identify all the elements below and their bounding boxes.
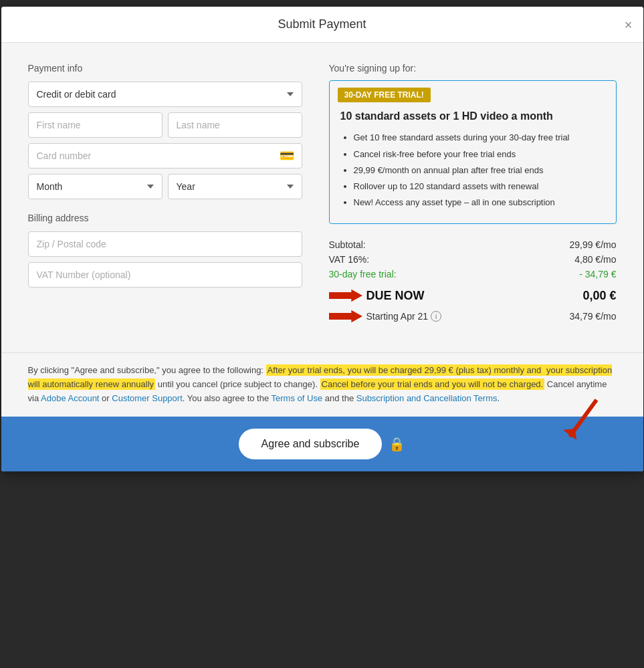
- due-now-arrow-icon: [329, 288, 362, 303]
- info-icon[interactable]: i: [431, 311, 441, 322]
- lock-icon: 🔒: [389, 436, 405, 452]
- modal-body: Payment info Credit or debit card 💳 Mont…: [1, 43, 643, 352]
- card-number-input[interactable]: [28, 143, 302, 169]
- svg-marker-1: [329, 310, 362, 322]
- modal-title: Submit Payment: [278, 17, 366, 31]
- credit-card-icon: 💳: [280, 148, 294, 163]
- due-now-value: 0,00 €: [582, 289, 616, 303]
- subtotal-label: Subtotal:: [329, 239, 366, 250]
- vat-row: VAT 16%: 4,80 €/mo: [329, 252, 617, 267]
- starting-arrow-icon: [329, 309, 362, 324]
- left-column: Payment info Credit or debit card 💳 Mont…: [28, 63, 302, 332]
- subtotal-row: Subtotal: 29,99 €/mo: [329, 237, 617, 252]
- legal-text-period: .: [498, 393, 500, 403]
- plan-benefits-list: Get 10 free standard assets during your …: [340, 132, 605, 209]
- starting-label: Starting Apr 21: [366, 311, 429, 322]
- svg-marker-0: [329, 290, 362, 302]
- legal-highlight-1: After your trial ends, you will be charg…: [266, 364, 545, 376]
- legal-text-and: and the: [322, 393, 356, 403]
- vat-input[interactable]: [28, 262, 302, 288]
- legal-text-or: or: [99, 393, 112, 403]
- due-now-row: DUE NOW 0,00 €: [329, 284, 617, 307]
- list-item: Rollover up to 120 standard assets with …: [354, 181, 605, 193]
- trial-label: 30-day free trial:: [329, 269, 397, 280]
- modal-backdrop: Submit Payment × Payment info Credit or …: [0, 0, 644, 668]
- plan-content: 10 standard assets or 1 HD video a month…: [330, 102, 616, 223]
- name-row: [28, 112, 302, 138]
- subtotal-value: 29,99 €/mo: [569, 239, 616, 250]
- svg-marker-3: [563, 429, 576, 440]
- trial-value: - 34,79 €: [579, 269, 616, 280]
- list-item: New! Access any asset type – all in one …: [354, 197, 605, 209]
- customer-support-link[interactable]: Customer Support: [112, 393, 183, 403]
- payment-info-label: Payment info: [28, 63, 302, 74]
- last-name-input[interactable]: [168, 112, 302, 138]
- signing-label: You're signing up for:: [329, 63, 617, 74]
- modal-header: Submit Payment ×: [1, 7, 643, 43]
- plan-box: 30-DAY FREE TRIAL! 10 standard assets or…: [329, 80, 617, 224]
- trial-badge: 30-DAY FREE TRIAL!: [338, 88, 431, 102]
- zip-input[interactable]: [28, 231, 302, 257]
- vat-value: 4,80 €/mo: [574, 254, 616, 265]
- corner-arrow-icon: [556, 397, 610, 443]
- close-button[interactable]: ×: [625, 18, 633, 31]
- pricing-table: Subtotal: 29,99 €/mo VAT 16%: 4,80 €/mo …: [329, 237, 617, 326]
- list-item: Get 10 free standard assets during your …: [354, 132, 605, 144]
- adobe-account-link[interactable]: Adobe Account: [41, 393, 99, 403]
- terms-of-use-link[interactable]: Terms of Use: [272, 393, 323, 403]
- legal-text-middle: until you cancel (price subject to chang…: [155, 379, 320, 389]
- vat-label: VAT 16%:: [329, 254, 370, 265]
- expiry-row: Month 01 02 03 04 05 06 07 08 09 10 11 1…: [28, 174, 302, 199]
- trial-row: 30-day free trial: - 34,79 €: [329, 267, 617, 282]
- starting-value: 34,79 €/mo: [569, 311, 616, 322]
- agree-subscribe-button[interactable]: Agree and subscribe: [239, 429, 383, 459]
- list-item: 29,99 €/month on annual plan after free …: [354, 164, 605, 177]
- card-number-row: 💳: [28, 143, 302, 169]
- starting-left: Starting Apr 21 i: [329, 309, 442, 324]
- month-select[interactable]: Month 01 02 03 04 05 06 07 08 09 10 11 1…: [28, 174, 163, 199]
- list-item: Cancel risk-free before your free trial …: [354, 148, 605, 160]
- starting-row: Starting Apr 21 i 34,79 €/mo: [329, 307, 617, 326]
- year-select[interactable]: Year 2024 2025 2026 2027 2028 2029 2030: [168, 174, 302, 199]
- payment-method-select[interactable]: Credit or debit card: [28, 82, 302, 107]
- due-now-left: DUE NOW: [329, 288, 425, 303]
- modal: Submit Payment × Payment info Credit or …: [1, 7, 643, 471]
- legal-text-before: By clicking "Agree and subscribe," you a…: [28, 365, 266, 375]
- first-name-input[interactable]: [28, 112, 163, 138]
- legal-text: By clicking "Agree and subscribe," you a…: [1, 352, 643, 416]
- legal-text-terms: . You also agree to the: [183, 393, 272, 403]
- right-column: You're signing up for: 30-DAY FREE TRIAL…: [329, 63, 617, 332]
- due-now-label: DUE NOW: [366, 289, 425, 303]
- action-bar: Agree and subscribe 🔒: [1, 417, 643, 471]
- subscription-terms-link[interactable]: Subscription and Cancellation Terms: [356, 393, 498, 403]
- billing-address-label: Billing address: [28, 213, 302, 223]
- legal-highlight-3: Cancel before your trial ends and you wi…: [320, 378, 545, 390]
- plan-title: 10 standard assets or 1 HD video a month: [340, 109, 605, 124]
